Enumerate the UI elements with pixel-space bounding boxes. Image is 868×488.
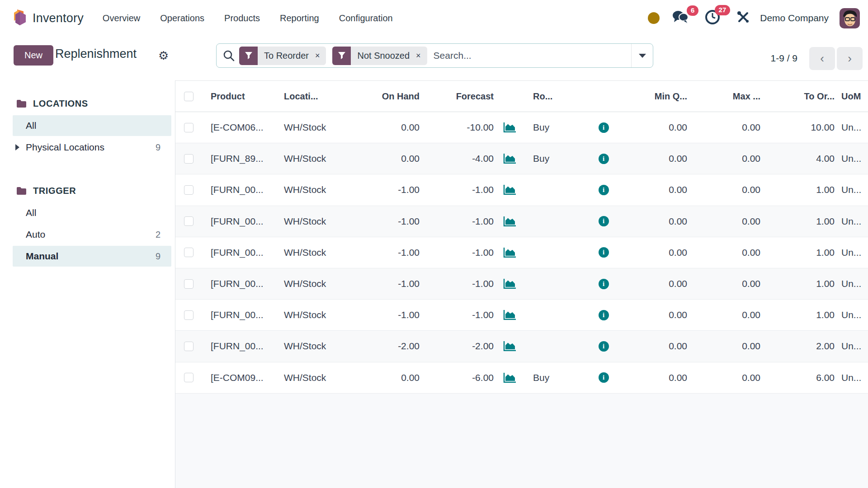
- to-order-cell[interactable]: 4.00: [761, 153, 835, 164]
- forecast-chart-icon[interactable]: [495, 278, 524, 289]
- info-icon[interactable]: i: [599, 279, 609, 289]
- on-hand-cell[interactable]: -1.00: [348, 310, 420, 320]
- product-cell[interactable]: [E-COM06...: [202, 122, 279, 133]
- forecast-chart-icon[interactable]: [495, 153, 524, 164]
- new-button[interactable]: New: [14, 45, 53, 66]
- sidebar-item-trigger-all[interactable]: All: [13, 202, 171, 223]
- to-order-cell[interactable]: 1.00: [761, 247, 835, 258]
- on-hand-cell[interactable]: -2.00: [348, 341, 420, 352]
- uom-cell[interactable]: Un...: [835, 216, 868, 227]
- max-qty-cell[interactable]: 0.00: [688, 372, 761, 383]
- to-order-cell[interactable]: 6.00: [761, 372, 835, 383]
- menu-operations[interactable]: Operations: [160, 13, 204, 23]
- forecast-chart-icon[interactable]: [495, 310, 524, 320]
- row-checkbox[interactable]: [175, 154, 202, 164]
- uom-cell[interactable]: Un...: [835, 153, 868, 164]
- location-cell[interactable]: WH/Stock: [279, 122, 348, 133]
- max-qty-cell[interactable]: 0.00: [688, 278, 761, 289]
- forecast-cell[interactable]: -1.00: [420, 310, 495, 320]
- max-qty-cell[interactable]: 0.00: [688, 247, 761, 258]
- product-cell[interactable]: [FURN_00...: [202, 184, 279, 195]
- min-qty-cell[interactable]: 0.00: [624, 153, 688, 164]
- forecast-cell[interactable]: -1.00: [420, 216, 495, 227]
- forecast-chart-icon[interactable]: [495, 341, 524, 352]
- product-cell[interactable]: [FURN_00...: [202, 216, 279, 227]
- on-hand-cell[interactable]: -1.00: [348, 278, 420, 289]
- row-checkbox[interactable]: [175, 342, 202, 351]
- search-dropdown-toggle[interactable]: [631, 44, 653, 67]
- activities-button[interactable]: 27: [705, 9, 720, 27]
- on-hand-cell[interactable]: 0.00: [348, 122, 420, 133]
- menu-overview[interactable]: Overview: [103, 13, 140, 23]
- uom-cell[interactable]: Un...: [835, 310, 868, 320]
- facet-remove-icon[interactable]: ×: [315, 51, 320, 61]
- forecast-chart-icon[interactable]: [495, 216, 524, 227]
- facet-remove-icon[interactable]: ×: [416, 51, 421, 61]
- uom-cell[interactable]: Un...: [835, 122, 868, 133]
- min-qty-cell[interactable]: 0.00: [624, 247, 688, 258]
- uom-cell[interactable]: Un...: [835, 278, 868, 289]
- min-qty-cell[interactable]: 0.00: [624, 310, 688, 320]
- product-cell[interactable]: [FURN_00...: [202, 310, 279, 320]
- on-hand-cell[interactable]: -1.00: [348, 216, 420, 227]
- header-min-qty[interactable]: Min Q...: [624, 91, 688, 102]
- status-dot-icon[interactable]: [648, 12, 660, 24]
- min-qty-cell[interactable]: 0.00: [624, 278, 688, 289]
- on-hand-cell[interactable]: 0.00: [348, 153, 420, 164]
- on-hand-cell[interactable]: 0.00: [348, 372, 420, 383]
- max-qty-cell[interactable]: 0.00: [688, 216, 761, 227]
- product-cell[interactable]: [FURN_00...: [202, 341, 279, 352]
- row-checkbox[interactable]: [175, 279, 202, 289]
- on-hand-cell[interactable]: -1.00: [348, 184, 420, 195]
- product-cell[interactable]: [FURN_00...: [202, 278, 279, 289]
- forecast-chart-icon[interactable]: [495, 184, 524, 195]
- location-cell[interactable]: WH/Stock: [279, 184, 348, 195]
- sidebar-item-trigger-manual[interactable]: Manual 9: [13, 246, 171, 267]
- pager-next-button[interactable]: ›: [837, 47, 863, 70]
- min-qty-cell[interactable]: 0.00: [624, 122, 688, 133]
- route-cell[interactable]: Buy: [524, 372, 583, 383]
- menu-reporting[interactable]: Reporting: [280, 13, 319, 23]
- search-input[interactable]: Search...: [434, 50, 631, 61]
- to-order-cell[interactable]: 1.00: [761, 278, 835, 289]
- route-cell[interactable]: Buy: [524, 153, 583, 164]
- row-checkbox[interactable]: [175, 216, 202, 226]
- row-checkbox[interactable]: [175, 248, 202, 257]
- header-to-order[interactable]: To Or...: [761, 91, 835, 102]
- menu-configuration[interactable]: Configuration: [339, 13, 393, 23]
- forecast-cell[interactable]: -10.00: [420, 122, 495, 133]
- info-icon[interactable]: i: [599, 154, 609, 164]
- location-cell[interactable]: WH/Stock: [279, 372, 348, 383]
- info-icon[interactable]: i: [599, 372, 609, 383]
- row-checkbox[interactable]: [175, 185, 202, 195]
- info-icon[interactable]: i: [599, 185, 609, 195]
- forecast-cell[interactable]: -1.00: [420, 247, 495, 258]
- forecast-chart-icon[interactable]: [495, 247, 524, 258]
- forecast-cell[interactable]: -1.00: [420, 184, 495, 195]
- user-avatar[interactable]: [840, 8, 860, 28]
- search-bar[interactable]: To Reorder × Not Snoozed × Search...: [216, 43, 653, 68]
- max-qty-cell[interactable]: 0.00: [688, 341, 761, 352]
- location-cell[interactable]: WH/Stock: [279, 247, 348, 258]
- info-icon[interactable]: i: [599, 216, 609, 226]
- debug-tools-button[interactable]: [736, 10, 750, 26]
- product-cell[interactable]: [FURN_00...: [202, 247, 279, 258]
- select-all-checkbox[interactable]: [175, 92, 202, 101]
- caret-right-icon[interactable]: [15, 144, 19, 150]
- header-max-qty[interactable]: Max ...: [688, 91, 761, 102]
- row-checkbox[interactable]: [175, 123, 202, 132]
- uom-cell[interactable]: Un...: [835, 184, 868, 195]
- forecast-cell[interactable]: -6.00: [420, 372, 495, 383]
- product-cell[interactable]: [E-COM09...: [202, 372, 279, 383]
- forecast-chart-icon[interactable]: [495, 372, 524, 383]
- company-name[interactable]: Demo Company: [760, 13, 829, 23]
- pager-range[interactable]: 1-9 / 9: [770, 53, 797, 64]
- row-checkbox[interactable]: [175, 310, 202, 320]
- location-cell[interactable]: WH/Stock: [279, 341, 348, 352]
- location-cell[interactable]: WH/Stock: [279, 216, 348, 227]
- location-cell[interactable]: WH/Stock: [279, 310, 348, 320]
- header-route[interactable]: Ro...: [524, 91, 583, 102]
- min-qty-cell[interactable]: 0.00: [624, 184, 688, 195]
- row-checkbox[interactable]: [175, 373, 202, 382]
- route-cell[interactable]: Buy: [524, 122, 583, 133]
